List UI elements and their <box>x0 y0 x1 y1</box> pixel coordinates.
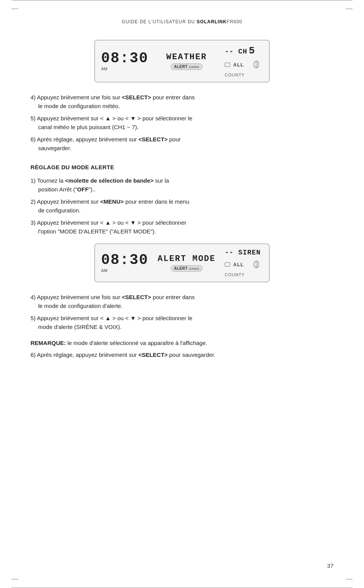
device-all-2: ALL <box>233 262 244 267</box>
device-county-2: COUNTY <box>225 272 245 277</box>
alert-text-1: ALERT <box>174 65 188 69</box>
siren-sub-1: SIREN <box>189 65 199 69</box>
weather-step-5: 5) Appuyez brièvement sur < ▲ > ou < ▼ >… <box>31 114 333 131</box>
page-number: 37 <box>327 562 333 569</box>
tick-bottom-right <box>346 579 353 580</box>
header-brand: SOLARLINK <box>196 19 227 24</box>
section-title-alert: RÉGLAGE DU MODE ALERTE <box>31 164 333 170</box>
page-header: GUIDE DE L'UTILISATEUR DU SOLARLINKFR600 <box>31 15 333 24</box>
svg-point-0 <box>254 61 259 68</box>
ch-label-1: -- CH <box>225 48 247 55</box>
device-time-1: 08:30 <box>101 51 148 66</box>
alert-step-5: 5) Appuyez brièvement sur < ▲ > ou < ▼ >… <box>31 314 333 331</box>
alert-step-2: 2) Appuyez brièvement sur <MENU> pour en… <box>31 198 333 215</box>
siren-icon-1 <box>246 58 259 71</box>
device-label-top-2: ALERT MODE <box>158 254 216 264</box>
ch-number-1: 5 <box>249 45 255 57</box>
alert-step-1: 1) Tournez la <molette de sélection de b… <box>31 177 333 194</box>
device-center-2: ALERT MODE ALERT SIREN <box>152 254 221 272</box>
remark-bold6: <SELECT> <box>139 352 168 358</box>
device-center-1: WEATHER ALERT SIREN <box>152 52 221 70</box>
device-checkbox-2 <box>225 262 230 267</box>
page-container: GUIDE DE L'UTILISATEUR DU SOLARLINKFR600… <box>0 0 364 588</box>
remark-label: REMARQUE: <box>31 340 66 346</box>
tick-bottom-left <box>11 579 18 580</box>
siren-sub-2: SIREN <box>189 267 199 271</box>
device-am-1: AM <box>101 66 108 71</box>
device-right-1: -- CH 5 ALL COUNTY <box>225 45 263 77</box>
border-top <box>11 0 353 1</box>
device-checkbox-1 <box>225 63 230 67</box>
alert-btn-1: ALERT SIREN <box>171 63 203 70</box>
alert-text-2: ALERT <box>174 266 188 271</box>
device-left-2: 08:30 AM <box>101 253 148 273</box>
alert-steps-1-list: 1) Tournez la <molette de sélection de b… <box>31 177 333 236</box>
weather-steps-list: 4) Appuyez brièvement une fois sur <SELE… <box>31 93 333 152</box>
alert-steps-2-list: 4) Appuyez brièvement une fois sur <SELE… <box>31 293 333 331</box>
alert-step-4: 4) Appuyez brièvement une fois sur <SELE… <box>31 293 333 310</box>
header-suffix: FR600 <box>227 19 242 24</box>
remark-text1: le mode d'alerte sélectionné va apparaît… <box>66 340 208 346</box>
svg-point-1 <box>254 261 259 268</box>
alert-step-3: 3) Appuyez brièvement sur < ▲ > ou < ▼ >… <box>31 219 333 236</box>
weather-step-6: 6) Après réglage, appuyez brièvement sur… <box>31 135 333 152</box>
weather-step-4: 4) Appuyez brièvement une fois sur <SELE… <box>31 93 333 110</box>
device-ch-line-1: -- CH 5 <box>225 45 255 57</box>
device-all-1: ALL <box>233 62 244 68</box>
device-county-1: COUNTY <box>225 73 245 77</box>
siren-icon-2 <box>246 258 259 271</box>
device-label-top-1: WEATHER <box>166 52 207 62</box>
tick-top-right <box>346 8 353 9</box>
remark-step6-pre: 6) Après réglage, appuyez brièvement sur <box>31 352 139 358</box>
device-display-1: 08:30 AM WEATHER ALERT SIREN -- CH 5 ALL <box>94 40 270 83</box>
device-time-2: 08:30 <box>101 253 148 267</box>
remark-line-2: 6) Après réglage, appuyez brièvement sur… <box>31 351 333 360</box>
device-left-1: 08:30 AM <box>101 51 148 71</box>
alert-btn-2: ALERT SIREN <box>171 265 203 272</box>
device-display-2: 08:30 AM ALERT MODE ALERT SIREN -- SIREN… <box>94 243 270 282</box>
device-am-2: AM <box>101 268 108 273</box>
device-right-2: -- SIREN ALL COUNTY <box>225 249 263 277</box>
remark-line-1: REMARQUE: le mode d'alerte sélectionné v… <box>31 339 333 348</box>
ch-label-2: -- SIREN <box>225 249 261 256</box>
tick-top-left <box>11 8 18 9</box>
remark-after6: pour sauvegarder. <box>168 352 215 358</box>
header-prefix: GUIDE DE L'UTILISATEUR DU <box>122 19 196 24</box>
device-ch-line-2: -- SIREN <box>225 249 261 256</box>
